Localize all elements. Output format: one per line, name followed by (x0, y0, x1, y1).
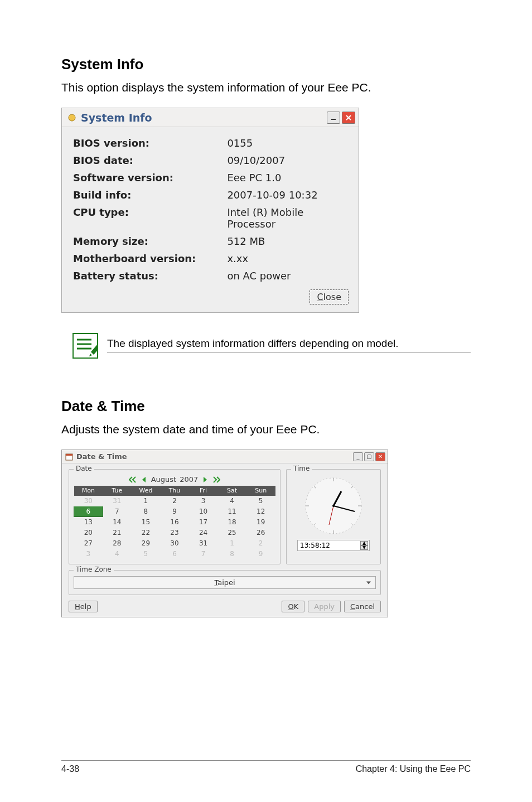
apply-button[interactable]: Apply (308, 601, 341, 612)
calendar-day[interactable]: 31 (189, 538, 218, 549)
timezone-value: Taipei (214, 578, 235, 587)
calendar-day[interactable]: 24 (189, 528, 218, 538)
calendar-day[interactable]: 29 (132, 538, 161, 549)
calendar-day[interactable]: 8 (132, 506, 161, 517)
calendar-day[interactable]: 3 (189, 496, 218, 506)
calendar-day[interactable]: 11 (217, 506, 246, 517)
calendar-day[interactable]: 7 (103, 506, 132, 517)
timezone-select[interactable]: Taipei (74, 576, 376, 589)
sysinfo-window: System Info BIOS version:0155BIOS date:0… (61, 108, 359, 313)
calendar-day[interactable]: 6 (160, 549, 189, 559)
calendar-day[interactable]: 19 (246, 517, 275, 528)
calendar-day[interactable]: 5 (132, 549, 161, 559)
prev-month-button[interactable] (140, 476, 148, 484)
next-month-button[interactable] (201, 476, 209, 484)
info-value: x.xx (227, 250, 347, 267)
calendar-day[interactable]: 9 (160, 506, 189, 517)
info-value: Eee PC 1.0 (227, 170, 347, 186)
calendar-day[interactable]: 12 (246, 506, 275, 517)
info-label: Build info: (73, 187, 226, 203)
note-text: The displayed system information differs… (107, 333, 471, 352)
calendar-day[interactable]: 7 (189, 549, 218, 559)
calendar-day[interactable]: 15 (132, 517, 161, 528)
calendar-day[interactable]: 2 (246, 538, 275, 549)
info-value: on AC power (227, 268, 347, 284)
info-value: Intel (R) Mobile Processor (227, 204, 347, 232)
app-icon (67, 113, 76, 122)
calendar-day[interactable]: 31 (103, 496, 132, 506)
minimize-button[interactable] (327, 112, 340, 124)
note-box: The displayed system information differs… (72, 333, 471, 359)
time-groupbox: Time (286, 469, 381, 564)
calendar-day[interactable]: 6 (74, 506, 103, 517)
calendar-day[interactable]: 16 (160, 517, 189, 528)
calendar-day[interactable]: 26 (246, 528, 275, 538)
chapter-label: Chapter 4: Using the Eee PC (356, 764, 471, 774)
calendar-day[interactable]: 23 (160, 528, 189, 538)
info-label: Motherboard version: (73, 250, 226, 267)
datetime-window: Date & Time _ ▢ ✕ Date (61, 450, 388, 617)
help-button[interactable]: Help (69, 601, 98, 612)
info-label: BIOS version: (73, 135, 226, 151)
calendar-day[interactable]: 4 (103, 549, 132, 559)
sysinfo-heading: System Info (61, 56, 471, 73)
datetime-titlebar: Date & Time _ ▢ ✕ (62, 450, 388, 463)
calendar-day[interactable]: 14 (103, 517, 132, 528)
calendar-day[interactable]: 13 (74, 517, 103, 528)
page-number: 4-38 (61, 764, 79, 774)
calendar-day[interactable]: 22 (132, 528, 161, 538)
calendar-year: 2007 (180, 475, 198, 484)
calendar-day[interactable]: 8 (217, 549, 246, 559)
datetime-app-icon (65, 453, 73, 461)
ok-button[interactable]: OK (282, 601, 304, 612)
weekday-header: Sun (246, 486, 275, 496)
info-value: 09/10/2007 (227, 152, 347, 168)
next-year-button[interactable] (212, 476, 220, 484)
calendar-day[interactable]: 10 (189, 506, 218, 517)
dt-maximize-button[interactable]: ▢ (364, 452, 374, 461)
calendar-day[interactable]: 30 (74, 496, 103, 506)
timezone-groupbox: Time Zone Taipei (69, 570, 381, 595)
calendar-day[interactable]: 5 (246, 496, 275, 506)
dt-close-button[interactable]: ✕ (375, 452, 385, 461)
calendar-day[interactable]: 25 (217, 528, 246, 538)
calendar-day[interactable]: 1 (217, 538, 246, 549)
calendar-day[interactable]: 18 (217, 517, 246, 528)
calendar-day[interactable]: 4 (217, 496, 246, 506)
sysinfo-table: BIOS version:0155BIOS date:09/10/2007Sof… (72, 134, 349, 285)
analog-clock (300, 475, 367, 537)
weekday-header: Fri (189, 486, 218, 496)
sysinfo-window-title: System Info (81, 112, 152, 124)
close-button[interactable] (342, 112, 355, 124)
prev-year-button[interactable] (129, 476, 137, 484)
calendar-day[interactable]: 9 (246, 549, 275, 559)
calendar-day[interactable]: 1 (132, 496, 161, 506)
calendar-day[interactable]: 17 (189, 517, 218, 528)
close-label-rest: lose (323, 292, 341, 302)
svg-point-17 (332, 505, 335, 507)
calendar-day[interactable]: 30 (160, 538, 189, 549)
calendar-day[interactable]: 28 (103, 538, 132, 549)
calendar-day[interactable]: 2 (160, 496, 189, 506)
weekday-header: Tue (103, 486, 132, 496)
weekday-header: Mon (74, 486, 103, 496)
svg-rect-4 (66, 454, 72, 456)
close-dialog-button[interactable]: Close (309, 289, 349, 305)
calendar-day[interactable]: 21 (103, 528, 132, 538)
info-value: 512 MB (227, 233, 347, 249)
calendar[interactable]: MonTueWedThuFriSatSun 303112345678910111… (74, 486, 275, 559)
info-value: 0155 (227, 135, 347, 151)
info-label: Battery status: (73, 268, 226, 284)
cancel-button[interactable]: Cancel (344, 601, 381, 612)
dt-minimize-button[interactable]: _ (353, 452, 363, 461)
weekday-header: Wed (132, 486, 161, 496)
datetime-description: Adjusts the system date and time of your… (61, 423, 471, 436)
calendar-day[interactable]: 20 (74, 528, 103, 538)
info-label: CPU type: (73, 204, 226, 232)
calendar-day[interactable]: 27 (74, 538, 103, 549)
time-down-button[interactable]: ▼ (360, 545, 368, 550)
time-value: 13:58:12 (300, 542, 330, 549)
datetime-window-title: Date & Time (76, 452, 127, 461)
time-spinner[interactable]: 13:58:12 ▲ ▼ (297, 540, 370, 551)
calendar-day[interactable]: 3 (74, 549, 103, 559)
